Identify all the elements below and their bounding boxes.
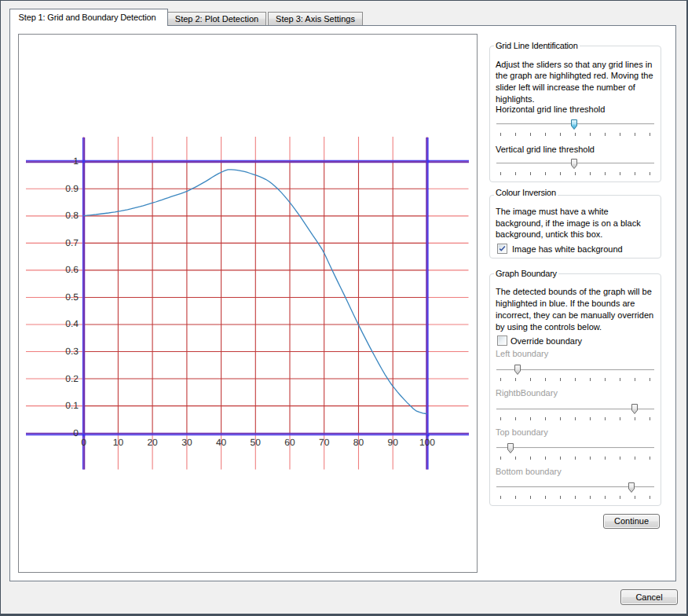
svg-text:0.5: 0.5 <box>65 292 79 302</box>
svg-text:0: 0 <box>73 427 79 438</box>
svg-text:100: 100 <box>419 437 435 448</box>
svg-text:60: 60 <box>284 437 295 448</box>
svg-text:70: 70 <box>319 437 330 448</box>
svg-text:0.7: 0.7 <box>65 237 79 248</box>
svg-text:10: 10 <box>113 437 124 448</box>
svg-text:50: 50 <box>251 437 262 448</box>
svg-text:0.3: 0.3 <box>65 346 79 357</box>
svg-text:0: 0 <box>81 437 86 448</box>
svg-text:90: 90 <box>388 437 399 448</box>
svg-text:20: 20 <box>147 437 158 448</box>
svg-text:30: 30 <box>181 437 192 448</box>
svg-text:80: 80 <box>353 437 364 448</box>
svg-text:1: 1 <box>73 156 79 167</box>
svg-text:0.9: 0.9 <box>65 183 79 194</box>
svg-text:0.8: 0.8 <box>65 210 79 221</box>
svg-text:0.6: 0.6 <box>65 264 79 275</box>
svg-text:0.4: 0.4 <box>65 318 79 329</box>
svg-text:0.1: 0.1 <box>65 400 79 411</box>
svg-text:0.2: 0.2 <box>65 373 79 384</box>
svg-text:40: 40 <box>216 437 227 448</box>
